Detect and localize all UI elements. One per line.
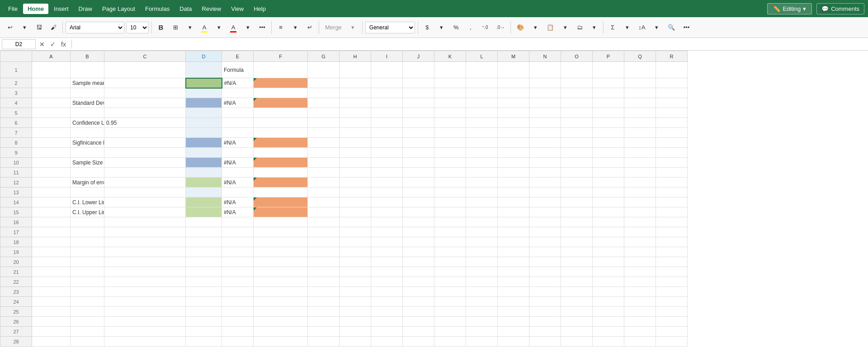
- cell-28-4[interactable]: [186, 337, 222, 347]
- cell-8-15[interactable]: [561, 138, 593, 148]
- cell-3-17[interactable]: [624, 88, 656, 98]
- cell-4-16[interactable]: [593, 98, 624, 108]
- cell-10-13[interactable]: [498, 158, 529, 168]
- menu-data[interactable]: Data: [175, 4, 196, 14]
- cell-14-17[interactable]: [624, 197, 656, 207]
- cell-15-4[interactable]: [186, 207, 222, 217]
- menu-draw[interactable]: Draw: [74, 4, 97, 14]
- cell-9-11[interactable]: [434, 148, 466, 158]
- cell-5-8[interactable]: [340, 108, 371, 118]
- cell-8-3[interactable]: [104, 138, 186, 148]
- cell-9-18[interactable]: [656, 148, 688, 158]
- cell-8-7[interactable]: [308, 138, 340, 148]
- cell-8-5[interactable]: #N/A: [222, 138, 254, 148]
- cell-19-14[interactable]: [529, 247, 561, 257]
- cell-5-18[interactable]: [656, 108, 688, 118]
- cell-4-6[interactable]: [254, 98, 308, 108]
- cell-16-13[interactable]: [498, 217, 529, 227]
- cell-4-2[interactable]: Standard Deviation: [71, 98, 104, 108]
- cell-18-2[interactable]: [71, 237, 104, 247]
- cell-11-16[interactable]: [593, 168, 624, 178]
- cell-12-10[interactable]: [403, 178, 434, 188]
- cell-19-5[interactable]: [222, 247, 254, 257]
- cell-27-16[interactable]: [593, 327, 624, 337]
- cell-24-18[interactable]: [656, 297, 688, 307]
- cell-24-16[interactable]: [593, 297, 624, 307]
- cell-7-17[interactable]: [624, 128, 656, 138]
- cell-27-9[interactable]: [371, 327, 403, 337]
- cell-17-16[interactable]: [593, 227, 624, 237]
- cell-3-14[interactable]: [529, 88, 561, 98]
- cell-3-6[interactable]: [254, 88, 308, 98]
- cell-2-13[interactable]: [498, 78, 529, 88]
- cell-9-13[interactable]: [498, 148, 529, 158]
- cell-26-5[interactable]: [222, 317, 254, 327]
- cell-20-14[interactable]: [529, 257, 561, 267]
- cell-22-8[interactable]: [340, 277, 371, 287]
- cell-28-18[interactable]: [656, 337, 688, 347]
- cell-4-10[interactable]: [403, 98, 434, 108]
- cell-19-11[interactable]: [434, 247, 466, 257]
- cell-9-1[interactable]: [32, 148, 71, 158]
- comments-button[interactable]: 💬 Comments: [816, 3, 864, 14]
- cell-15-10[interactable]: [403, 207, 434, 217]
- cell-1-14[interactable]: [529, 62, 561, 78]
- cell-18-14[interactable]: [529, 237, 561, 247]
- cell-15-15[interactable]: [561, 207, 593, 217]
- cell-8-1[interactable]: [32, 138, 71, 148]
- cell-21-9[interactable]: [371, 267, 403, 277]
- cell-24-3[interactable]: [104, 297, 186, 307]
- cell-2-12[interactable]: [466, 78, 498, 88]
- cell-14-5[interactable]: #N/A: [222, 197, 254, 207]
- menu-review[interactable]: Review: [198, 4, 226, 14]
- cell-5-6[interactable]: [254, 108, 308, 118]
- cell-12-13[interactable]: [498, 178, 529, 188]
- confirm-formula-icon[interactable]: ✓: [48, 41, 57, 48]
- cell-23-18[interactable]: [656, 287, 688, 297]
- cell-26-16[interactable]: [593, 317, 624, 327]
- cell-16-8[interactable]: [340, 217, 371, 227]
- cell-8-18[interactable]: [656, 138, 688, 148]
- cell-20-11[interactable]: [434, 257, 466, 267]
- cell-16-18[interactable]: [656, 217, 688, 227]
- sort-button[interactable]: ↕A: [635, 21, 648, 34]
- cell-13-12[interactable]: [466, 188, 498, 197]
- cell-5-1[interactable]: [32, 108, 71, 118]
- cell-6-11[interactable]: [434, 118, 466, 128]
- cell-26-8[interactable]: [340, 317, 371, 327]
- cell-10-6[interactable]: [254, 158, 308, 168]
- cell-18-16[interactable]: [593, 237, 624, 247]
- cell-11-1[interactable]: [32, 168, 71, 178]
- cell-20-6[interactable]: [254, 257, 308, 267]
- cell-10-14[interactable]: [529, 158, 561, 168]
- cell-17-5[interactable]: [222, 227, 254, 237]
- cell-18-8[interactable]: [340, 237, 371, 247]
- cell-21-12[interactable]: [466, 267, 498, 277]
- cell-8-6[interactable]: [254, 138, 308, 148]
- cell-3-3[interactable]: [104, 88, 186, 98]
- cell-7-12[interactable]: [466, 128, 498, 138]
- cell-3-1[interactable]: [32, 88, 71, 98]
- merge-dropdown[interactable]: ▾: [347, 21, 359, 34]
- cell-4-4[interactable]: [186, 98, 222, 108]
- cell-27-5[interactable]: [222, 327, 254, 337]
- cell-27-1[interactable]: [32, 327, 71, 337]
- cell-24-14[interactable]: [529, 297, 561, 307]
- decrease-decimal-button[interactable]: .0→: [493, 21, 508, 34]
- cell-4-18[interactable]: [656, 98, 688, 108]
- cell-7-11[interactable]: [434, 128, 466, 138]
- cell-10-8[interactable]: [340, 158, 371, 168]
- cell-7-13[interactable]: [498, 128, 529, 138]
- cell-5-12[interactable]: [466, 108, 498, 118]
- cell-11-4[interactable]: [186, 168, 222, 178]
- cell-17-9[interactable]: [371, 227, 403, 237]
- cell-9-3[interactable]: [104, 148, 186, 158]
- cell-24-7[interactable]: [308, 297, 340, 307]
- cell-20-9[interactable]: [371, 257, 403, 267]
- cell-15-17[interactable]: [624, 207, 656, 217]
- cell-25-12[interactable]: [466, 307, 498, 317]
- cell-21-11[interactable]: [434, 267, 466, 277]
- cell-12-1[interactable]: [32, 178, 71, 188]
- cell-17-11[interactable]: [434, 227, 466, 237]
- cell-18-13[interactable]: [498, 237, 529, 247]
